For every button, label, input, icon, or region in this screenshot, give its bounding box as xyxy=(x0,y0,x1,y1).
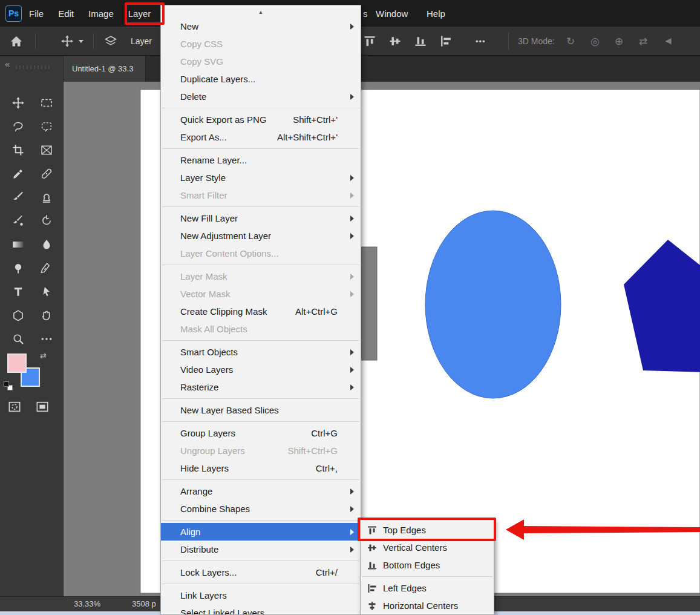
eyedropper-tool[interactable] xyxy=(4,162,32,185)
submenu-arrow-icon xyxy=(350,192,354,199)
menu-item-new-fill-layer[interactable]: New Fill Layer xyxy=(161,209,361,227)
menu-scroll-up-button[interactable]: ▲ xyxy=(161,7,361,18)
menu-window[interactable]: Window xyxy=(376,0,408,27)
submenu-item-vertical-centers[interactable]: Vertical Centers xyxy=(361,539,494,556)
menu-item-ungroup-layers: Ungroup LayersShift+Ctrl+G xyxy=(161,442,361,459)
3d-roll-icon[interactable]: ◎ xyxy=(590,27,600,56)
submenu-arrow-icon xyxy=(350,274,354,280)
menu-item-duplicate-layers[interactable]: Duplicate Layers... xyxy=(161,70,361,88)
auto-select-value[interactable]: Layer xyxy=(131,27,152,56)
frame-tool[interactable] xyxy=(32,138,61,162)
menu-item-select-linked-layers[interactable]: Select Linked Layers xyxy=(161,604,361,615)
menu-item-create-clipping-mask[interactable]: Create Clipping MaskAlt+Ctrl+G xyxy=(161,303,361,320)
screen-mode-button[interactable] xyxy=(35,400,50,416)
panel-grip[interactable] xyxy=(16,65,50,69)
lasso-tool[interactable] xyxy=(4,114,32,138)
shape-tool[interactable] xyxy=(4,303,32,327)
menu-item-align[interactable]: Align xyxy=(161,523,361,541)
submenu-arrow-icon xyxy=(350,488,354,495)
chevron-down-icon xyxy=(79,40,83,43)
move-tool[interactable] xyxy=(4,91,32,114)
3d-mode-label: 3D Mode: xyxy=(518,27,555,56)
menu-item-new[interactable]: New xyxy=(161,18,361,35)
align-left-edges-icon xyxy=(367,583,378,594)
submenu-item-top-edges[interactable]: Top Edges xyxy=(361,521,494,539)
3d-zoom-icon[interactable]: ◄ xyxy=(663,27,673,56)
menu-item-video-layers[interactable]: Video Layers xyxy=(161,361,361,378)
align-bottom-edges-button[interactable] xyxy=(414,27,427,56)
menu-item-rename-layer[interactable]: Rename Layer... xyxy=(161,151,361,169)
menu-item-link-layers[interactable]: Link Layers xyxy=(161,587,361,604)
submenu-item-horizontal-centers[interactable]: Horizontal Centers xyxy=(361,597,494,614)
gradient-tool[interactable] xyxy=(4,232,32,256)
layer-menu-dropdown: ▲ New Copy CSS Copy SVG Duplicate Layers… xyxy=(160,5,361,615)
menu-item-rasterize[interactable]: Rasterize xyxy=(161,378,361,396)
object-selection-tool[interactable] xyxy=(32,114,61,138)
path-selection-tool[interactable] xyxy=(32,280,61,303)
submenu-item-left-edges[interactable]: Left Edges xyxy=(361,579,494,597)
menu-separator xyxy=(162,265,359,265)
menu-item-hide-layers[interactable]: Hide LayersCtrl+, xyxy=(161,459,361,477)
type-tool[interactable] xyxy=(4,280,32,303)
panel-collapse-button[interactable]: « xyxy=(5,59,8,69)
dodge-tool[interactable] xyxy=(4,256,32,280)
submenu-arrow-icon xyxy=(350,175,354,181)
menu-item-delete[interactable]: Delete xyxy=(161,88,361,105)
edit-toolbar-button[interactable] xyxy=(32,327,61,350)
menu-image[interactable]: Image xyxy=(81,0,121,27)
menu-item-new-adjustment-layer[interactable]: New Adjustment Layer xyxy=(161,227,361,245)
menu-item-layer-style[interactable]: Layer Style xyxy=(161,169,361,186)
color-swatches: ⇄ xyxy=(0,350,64,398)
menu-item-group-layers[interactable]: Group LayersCtrl+G xyxy=(161,424,361,442)
foreground-color-swatch[interactable] xyxy=(7,354,27,373)
menu-help[interactable]: Help xyxy=(427,0,445,27)
clone-stamp-tool[interactable] xyxy=(32,185,61,209)
tool-preset-dropdown[interactable] xyxy=(79,27,83,56)
menu-item-quick-export-png[interactable]: Quick Export as PNGShift+Ctrl+' xyxy=(161,111,361,128)
blur-tool[interactable] xyxy=(32,232,61,256)
hand-tool[interactable] xyxy=(32,303,61,327)
menu-item-combine-shapes[interactable]: Combine Shapes xyxy=(161,500,361,518)
align-vertical-centers-icon xyxy=(388,35,402,48)
align-top-edges-button[interactable] xyxy=(363,27,376,56)
menu-file[interactable]: File xyxy=(22,0,51,27)
quick-mask-button[interactable] xyxy=(7,400,22,416)
menu-edit[interactable]: Edit xyxy=(51,0,81,27)
move-tool-preset-button[interactable] xyxy=(61,27,74,56)
zoom-tool[interactable] xyxy=(4,327,32,350)
menu-item-smart-objects[interactable]: Smart Objects xyxy=(161,343,361,361)
menu-item-smart-filter: Smart Filter xyxy=(161,186,361,204)
swap-colors-icon[interactable]: ⇄ xyxy=(40,351,47,360)
menu-item-distribute[interactable]: Distribute xyxy=(161,541,361,558)
menu-layer[interactable]: Layer xyxy=(121,0,159,27)
mixer-brush-tool[interactable] xyxy=(4,209,32,232)
default-colors-icon[interactable] xyxy=(4,381,9,387)
menu-separator xyxy=(162,479,359,480)
align-vertical-centers-button[interactable] xyxy=(388,27,402,56)
menu-item-export-as[interactable]: Export As...Alt+Shift+Ctrl+' xyxy=(161,128,361,146)
align-overflow-button[interactable]: ••• xyxy=(476,27,486,56)
menu-partial-item[interactable]: s xyxy=(363,0,368,27)
rectangular-marquee-tool[interactable] xyxy=(32,91,61,114)
menu-separator xyxy=(162,398,359,399)
crop-tool[interactable] xyxy=(4,138,32,162)
document-tab[interactable]: Untitled-1 @ 33.3 xyxy=(64,56,146,82)
pen-tool[interactable] xyxy=(32,256,61,280)
history-brush-tool[interactable] xyxy=(32,209,61,232)
align-left-edges-button[interactable] xyxy=(439,27,453,56)
submenu-item-bottom-edges[interactable]: Bottom Edges xyxy=(361,556,494,574)
spot-healing-brush-tool[interactable] xyxy=(32,162,61,185)
brush-tool[interactable] xyxy=(4,185,32,209)
3d-pan-icon[interactable]: ⊕ xyxy=(615,27,623,56)
menu-item-arrange[interactable]: Arrange xyxy=(161,482,361,500)
menu-separator xyxy=(162,148,359,149)
menu-item-lock-layers[interactable]: Lock Layers...Ctrl+/ xyxy=(161,564,361,581)
home-button[interactable] xyxy=(10,27,23,56)
scroll-up-icon: ▲ xyxy=(258,9,264,15)
zoom-level-field[interactable]: 33.33% xyxy=(74,599,100,608)
auto-select-toggle[interactable] xyxy=(104,27,117,56)
menu-item-vector-mask: Vector Mask xyxy=(161,285,361,303)
3d-orbit-icon[interactable]: ↻ xyxy=(566,27,575,56)
menu-item-new-layer-based-slices[interactable]: New Layer Based Slices xyxy=(161,401,361,419)
3d-slide-icon[interactable]: ⇄ xyxy=(639,27,647,56)
